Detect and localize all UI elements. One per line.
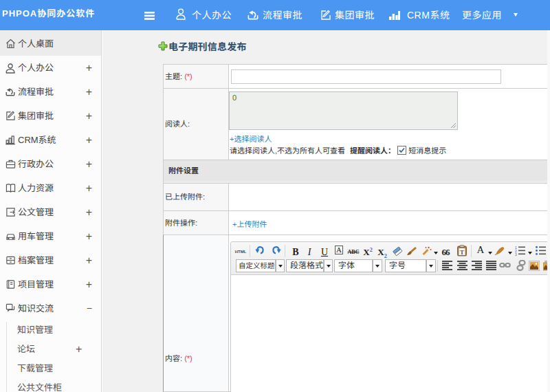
svg-text:3: 3	[515, 252, 517, 256]
svg-text:T: T	[460, 249, 464, 256]
